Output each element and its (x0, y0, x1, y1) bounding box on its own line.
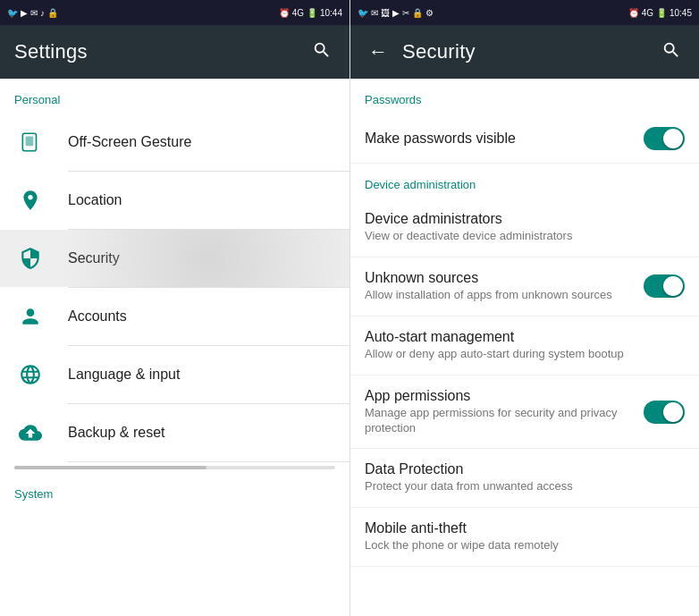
right-panel: 🐦 ✉ 🖼 ▶ ✂ 🔒 ⚙ ⏰ 4G 🔋 10:45 ← Security (350, 0, 699, 616)
r-image-icon: 🖼 (381, 8, 390, 18)
make-passwords-visible-knob (663, 129, 683, 148)
app-permissions-subtitle: Manage app permissions for security and … (365, 406, 644, 436)
security-item-make-passwords-visible[interactable]: Make passwords visible (350, 114, 699, 164)
svg-rect-1 (26, 137, 34, 147)
left-top-icons (308, 37, 335, 68)
make-passwords-visible-text: Make passwords visible (365, 131, 644, 147)
r-twitter-icon: 🐦 (358, 8, 368, 18)
off-screen-gesture-text: Off-Screen Gesture (68, 134, 335, 150)
make-passwords-visible-toggle[interactable] (644, 127, 685, 150)
divider-6 (68, 461, 350, 462)
app-permissions-title: App permissions (365, 388, 644, 404)
data-protection-title: Data Protection (365, 461, 685, 477)
accounts-icon (14, 300, 46, 333)
device-admin-section-label: Device administration (350, 164, 699, 198)
youtube-icon: ▶ (21, 8, 28, 18)
r-gmail-icon: ✉ (371, 8, 378, 18)
left-search-button[interactable] (308, 37, 335, 68)
unknown-sources-toggle[interactable] (644, 274, 685, 298)
left-title: Settings (14, 40, 88, 63)
app-permissions-knob (663, 402, 683, 422)
right-status-right-icons: ⏰ 4G 🔋 10:45 (628, 8, 692, 18)
location-title: Location (68, 192, 335, 208)
security-item-app-permissions[interactable]: App permissions Manage app permissions f… (350, 376, 699, 450)
left-status-bar: 🐦 ▶ ✉ ♪ 🔒 ⏰ 4G 🔋 10:44 (0, 0, 350, 25)
music-icon: ♪ (40, 8, 45, 18)
app-permissions-text: App permissions Manage app permissions f… (365, 388, 644, 436)
sidebar-item-off-screen-gesture[interactable]: Off-Screen Gesture (0, 114, 350, 171)
right-title: Security (402, 40, 476, 63)
r-video-icon: ▶ (392, 8, 400, 18)
r-battery-icon: 🔋 (656, 8, 667, 18)
auto-start-title: Auto-start management (365, 329, 685, 345)
security-title: Security (68, 250, 335, 266)
security-item-unknown-sources[interactable]: Unknown sources Allow installation of ap… (350, 257, 699, 316)
right-search-button[interactable] (658, 37, 685, 68)
lock-icon: 🔒 (47, 8, 58, 18)
back-button[interactable]: ← (365, 37, 392, 67)
app-permissions-toggle[interactable] (644, 401, 685, 424)
auto-start-text: Auto-start management Allow or deny app … (365, 329, 685, 362)
left-panel: 🐦 ▶ ✉ ♪ 🔒 ⏰ 4G 🔋 10:44 Settings Personal (0, 0, 350, 616)
security-text: Security (68, 250, 335, 266)
sidebar-item-backup[interactable]: Backup & reset (0, 404, 350, 461)
device-administrators-title: Device administrators (365, 211, 685, 227)
r-cut-icon: ✂ (402, 8, 409, 18)
backup-icon (14, 417, 46, 449)
battery-icon: 🔋 (307, 8, 317, 18)
left-status-right-icons: ⏰ 4G 🔋 10:44 (279, 8, 342, 18)
alarm-icon: ⏰ (279, 8, 290, 18)
backup-title: Backup & reset (68, 425, 335, 441)
left-top-bar: Settings (0, 25, 350, 79)
sidebar-item-language[interactable]: Language & input (0, 346, 350, 403)
sidebar-item-security[interactable]: Security (0, 230, 350, 287)
unknown-sources-knob (663, 276, 683, 296)
unknown-sources-text: Unknown sources Allow installation of ap… (365, 270, 644, 303)
accounts-text: Accounts (68, 308, 335, 325)
mobile-anti-theft-title: Mobile anti-theft (365, 520, 685, 536)
backup-text: Backup & reset (68, 425, 335, 441)
security-item-device-administrators[interactable]: Device administrators View or deactivate… (350, 198, 699, 257)
right-time: 10:45 (670, 8, 692, 18)
auto-start-subtitle: Allow or deny app auto-start during syst… (365, 347, 685, 362)
r-alarm-icon: ⏰ (628, 8, 639, 18)
network-label: 4G (292, 8, 304, 18)
right-status-bar: 🐦 ✉ 🖼 ▶ ✂ 🔒 ⚙ ⏰ 4G 🔋 10:45 (350, 0, 699, 25)
r-lock-icon: 🔒 (412, 8, 423, 18)
right-top-bar: ← Security (350, 25, 699, 79)
mobile-anti-theft-subtitle: Lock the phone or wipe data remotely (365, 538, 685, 553)
personal-section-label: Personal (0, 79, 350, 114)
gesture-icon (14, 126, 46, 158)
data-protection-text: Data Protection Protect your data from u… (365, 461, 685, 494)
right-top-icons (658, 37, 685, 68)
off-screen-gesture-title: Off-Screen Gesture (68, 134, 335, 150)
unknown-sources-subtitle: Allow installation of apps from unknown … (365, 288, 644, 303)
security-item-mobile-anti-theft[interactable]: Mobile anti-theft Lock the phone or wipe… (350, 508, 699, 567)
system-section-label: System (0, 473, 350, 508)
r-network-label: 4G (642, 8, 653, 18)
mobile-anti-theft-text: Mobile anti-theft Lock the phone or wipe… (365, 520, 685, 553)
left-status-left-icons: 🐦 ▶ ✉ ♪ 🔒 (7, 8, 58, 18)
language-icon (14, 359, 46, 391)
security-item-data-protection[interactable]: Data Protection Protect your data from u… (350, 449, 699, 508)
security-content: Passwords Make passwords visible Device … (350, 79, 699, 616)
security-icon (14, 242, 46, 274)
r-settings-icon: ⚙ (425, 8, 434, 18)
sidebar-item-accounts[interactable]: Accounts (0, 288, 350, 345)
device-administrators-text: Device administrators View or deactivate… (365, 211, 685, 244)
right-status-left-icons: 🐦 ✉ 🖼 ▶ ✂ 🔒 ⚙ (358, 8, 434, 18)
accounts-title: Accounts (68, 308, 335, 325)
device-administrators-subtitle: View or deactivate device administrators (365, 229, 685, 244)
location-icon (14, 184, 46, 216)
location-text: Location (68, 192, 335, 208)
data-protection-subtitle: Protect your data from unwanted access (365, 479, 685, 494)
twitter-icon: 🐦 (7, 8, 18, 18)
passwords-section-label: Passwords (350, 79, 699, 114)
security-item-auto-start[interactable]: Auto-start management Allow or deny app … (350, 316, 699, 376)
left-time: 10:44 (320, 8, 342, 18)
unknown-sources-title: Unknown sources (365, 270, 644, 286)
sidebar-item-location[interactable]: Location (0, 172, 350, 229)
make-passwords-visible-title: Make passwords visible (365, 131, 644, 147)
left-panel-content: Personal Off-Screen Gesture Locati (0, 79, 350, 616)
language-text: Language & input (68, 367, 335, 383)
